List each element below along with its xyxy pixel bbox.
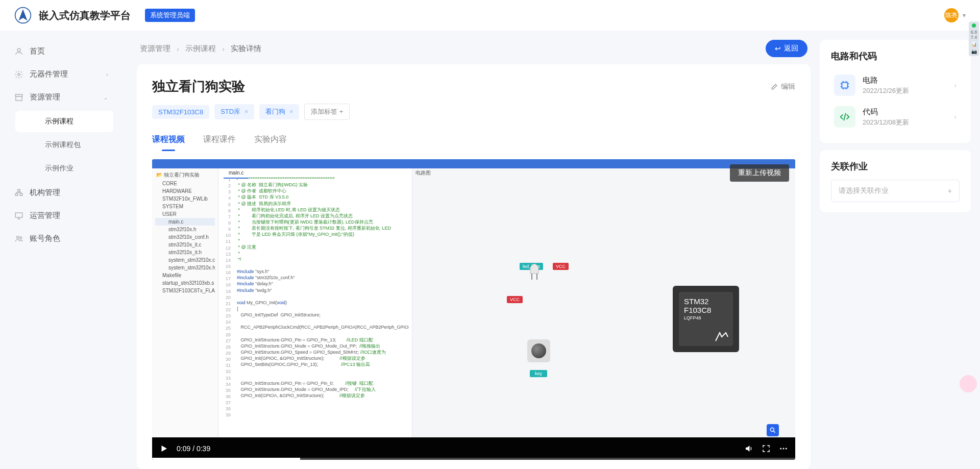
card-head: 独立看门狗实验 编辑 bbox=[152, 78, 795, 95]
sidebar-item-home[interactable]: 首页 bbox=[0, 40, 122, 63]
tags-row: STM32F103C8 STD库× 看门狗× 添加标签 + bbox=[152, 104, 795, 120]
debug-widget[interactable]: 6.8 7.4 📊 📷 bbox=[969, 21, 979, 56]
avatar: 陈亮 bbox=[944, 8, 959, 22]
tree-folder: CORE bbox=[155, 180, 215, 187]
crumb-sep: › bbox=[222, 44, 225, 53]
crumb-sep: › bbox=[177, 44, 179, 53]
breadcrumb-row: 资源管理 › 示例课程 › 实验详情 ↩ 返回 bbox=[137, 40, 811, 57]
sidebar-item-components[interactable]: 元器件管理 › bbox=[0, 63, 122, 86]
sidebar-item-ops[interactable]: 运营管理 bbox=[0, 204, 122, 227]
header-user[interactable]: 陈亮 ▾ bbox=[944, 8, 966, 22]
chip-icon bbox=[834, 75, 855, 96]
chevron-down-icon: ▾ bbox=[963, 12, 966, 19]
user-icon bbox=[14, 47, 23, 56]
right-section-title: 关联作业 bbox=[831, 160, 960, 172]
add-tag-button[interactable]: 添加标签 + bbox=[304, 104, 350, 120]
right-column: 电路和代码 电路 2022/12/26更新 › 代码 2023/12/08更新 bbox=[820, 40, 971, 469]
debug-value: 6.8 bbox=[970, 30, 978, 35]
sidebar: 首页 元器件管理 › 资源管理 ⌄ 示例课程 示例课程包 示例作业 机构管理 运… bbox=[0, 31, 122, 469]
sidebar-item-resources[interactable]: 资源管理 ⌄ bbox=[0, 86, 122, 109]
svg-rect-5 bbox=[18, 189, 20, 191]
sidebar-item-example-pack[interactable]: 示例课程包 bbox=[15, 134, 113, 156]
chip-label: STM32 F103C8 LQFP48 bbox=[679, 292, 733, 346]
chevron-right-icon: › bbox=[106, 71, 108, 78]
chevron-right-icon: › bbox=[954, 113, 957, 121]
sidebar-item-accounts[interactable]: 账号角色 bbox=[0, 227, 122, 250]
svg-point-9 bbox=[17, 236, 19, 238]
reupload-button[interactable]: 重新上传视频 bbox=[730, 164, 789, 182]
svg-point-15 bbox=[786, 448, 787, 450]
resource-name: 代码 bbox=[863, 107, 947, 117]
video-frame[interactable]: 重新上传视频 📂 独立看门狗实验 CORE HARDWARE STM32F10x… bbox=[152, 159, 795, 437]
chevron-right-icon: › bbox=[954, 81, 957, 89]
back-arrow-icon: ↩ bbox=[775, 44, 781, 53]
sidebar-label: 运营管理 bbox=[30, 211, 60, 220]
sidebar-subgroup-resources: 示例课程 示例课程包 示例作业 bbox=[0, 111, 122, 179]
crumb-1[interactable]: 资源管理 bbox=[140, 44, 170, 54]
tab-video[interactable]: 课程视频 bbox=[152, 131, 185, 150]
tag-chip[interactable]: STM32F103C8 bbox=[152, 105, 209, 119]
edit-label: 编辑 bbox=[781, 82, 795, 91]
tree-file: stm32f10x_conf.h bbox=[155, 233, 215, 241]
code-gutter: 1234567891011121314151617181920212223242… bbox=[220, 177, 231, 435]
ide-file-tree: 📂 独立看门狗实验 CORE HARDWARE STM32F10x_FWLib … bbox=[152, 168, 218, 437]
tree-file: STM32F103C8Tx_FLASH.ld bbox=[155, 287, 215, 294]
fullscreen-icon[interactable] bbox=[762, 444, 771, 453]
tab-courseware[interactable]: 课程课件 bbox=[203, 131, 236, 150]
monitor-icon bbox=[14, 211, 23, 220]
tag-remove-icon[interactable]: × bbox=[289, 108, 293, 115]
status-dot-icon bbox=[972, 23, 976, 28]
back-button[interactable]: ↩ 返回 bbox=[766, 40, 807, 57]
play-button[interactable] bbox=[159, 444, 168, 453]
volume-icon[interactable] bbox=[744, 444, 753, 453]
tree-file: system_stm32f10x.h bbox=[155, 264, 215, 271]
crumb-2[interactable]: 示例课程 bbox=[185, 44, 216, 54]
plus-icon: + bbox=[948, 187, 952, 195]
link-homework-card: 关联作业 请选择关联作业 + bbox=[820, 150, 971, 212]
tree-file: system_stm32f10x.c bbox=[155, 256, 215, 264]
svg-rect-6 bbox=[15, 193, 18, 195]
circuit-panel-label: 电路图 bbox=[415, 169, 431, 177]
tree-folder: SYSTEM bbox=[155, 203, 215, 210]
right-section-title: 电路和代码 bbox=[831, 50, 960, 62]
tag-remove-icon[interactable]: × bbox=[244, 108, 248, 115]
resource-circuit[interactable]: 电路 2022/12/26更新 › bbox=[831, 69, 960, 101]
video-progress[interactable] bbox=[152, 458, 795, 460]
app-title: 嵌入式仿真教学平台 bbox=[39, 9, 131, 22]
search-bubble[interactable] bbox=[767, 424, 779, 436]
experiment-card: 独立看门狗实验 编辑 STM32F103C8 STD库× 看门狗× 添加标签 +… bbox=[137, 64, 811, 469]
sidebar-label: 元器件管理 bbox=[30, 69, 68, 79]
tree-folder: USER bbox=[155, 210, 215, 218]
svg-point-2 bbox=[18, 73, 20, 76]
ai-assistant-bubble[interactable] bbox=[960, 375, 977, 392]
sidebar-item-example-course[interactable]: 示例课程 bbox=[15, 111, 113, 132]
ide-topbar bbox=[152, 159, 795, 168]
code-icon bbox=[834, 106, 855, 128]
resource-info: 电路 2022/12/26更新 bbox=[863, 76, 947, 95]
more-icon[interactable] bbox=[779, 444, 788, 453]
svg-rect-4 bbox=[16, 96, 22, 100]
experiment-title: 独立看门狗实验 bbox=[152, 78, 245, 95]
tree-file: Makefile bbox=[155, 271, 215, 279]
sidebar-label: 首页 bbox=[30, 46, 45, 56]
link-homework-select[interactable]: 请选择关联作业 + bbox=[831, 180, 960, 202]
users-icon bbox=[14, 234, 23, 243]
tab-content[interactable]: 实验内容 bbox=[254, 131, 287, 150]
sidebar-item-org[interactable]: 机构管理 bbox=[0, 181, 122, 204]
edit-button[interactable]: 编辑 bbox=[771, 82, 795, 91]
ide-body: 📂 独立看门狗实验 CORE HARDWARE STM32F10x_FWLib … bbox=[152, 168, 795, 437]
svg-rect-7 bbox=[20, 193, 22, 195]
tag-chip[interactable]: STD库× bbox=[214, 104, 254, 119]
circuit-code-card: 电路和代码 电路 2022/12/26更新 › 代码 2023/12/08更新 bbox=[820, 40, 971, 143]
resource-code[interactable]: 代码 2023/12/08更新 › bbox=[831, 101, 960, 133]
button-component bbox=[527, 339, 550, 362]
search-icon bbox=[769, 427, 776, 434]
resource-name: 电路 bbox=[863, 76, 947, 85]
tag-chip[interactable]: 看门狗× bbox=[259, 104, 299, 119]
inner-tabs: 课程视频 课程课件 实验内容 bbox=[152, 131, 795, 150]
sidebar-item-example-homework[interactable]: 示例作业 bbox=[15, 158, 113, 179]
led-component bbox=[527, 260, 542, 281]
admin-badge: 系统管理员端 bbox=[145, 9, 195, 22]
video-time: 0:09 / 0:39 bbox=[177, 445, 210, 453]
tree-file: stm32f10x_it.h bbox=[155, 249, 215, 256]
